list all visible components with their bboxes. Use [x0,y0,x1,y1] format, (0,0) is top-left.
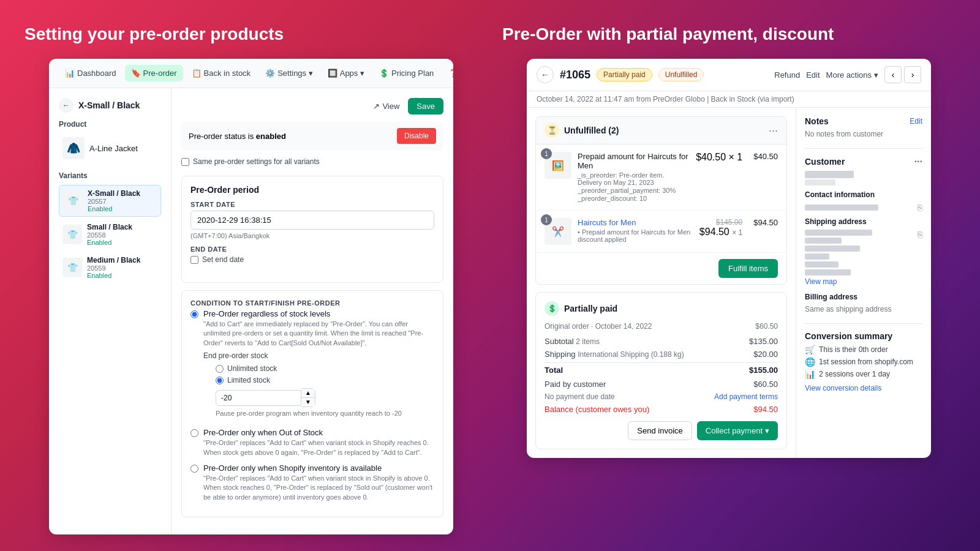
total-row: Total $155.00 [545,362,778,375]
paid-label: Paid by customer [545,380,606,389]
contact-title: Contact information [805,190,922,199]
fulfill-items-button[interactable]: Fulfill items [718,259,778,278]
add-payment-link[interactable]: Add payment terms [714,392,778,401]
unfulfilled-more-button[interactable]: ··· [769,124,778,137]
conversion-sessions-total-text: 2 sessions over 1 day [819,370,890,378]
conversion-title: Conversion summary [805,331,922,341]
item1-quantity-badge: 1 [541,148,552,159]
stock-icon: 📋 [192,69,202,78]
balance-label: Balance (customer owes you) [545,405,649,414]
subtotal-label: Subtotal 2 items [545,337,600,346]
item1-meta3: _preorder_discount: 10 [578,195,690,202]
nav-support[interactable]: ❓ Support ▾ [442,65,453,81]
copy-address-icon[interactable]: ⎘ [918,230,922,239]
start-date-input[interactable] [190,211,434,230]
collect-payment-button[interactable]: Collect payment ▾ [697,421,778,440]
refund-button[interactable]: Refund [774,70,800,80]
limited-stock-option[interactable]: Limited stock [216,375,434,384]
condition-option3[interactable]: Pre-Order only when Shopify inventory is… [190,463,434,502]
nav-preorder[interactable]: 🔖 Pre-order [125,65,183,81]
view-button[interactable]: ↗ View [369,98,403,114]
view-map-link[interactable]: View map [805,277,837,286]
condition-option2[interactable]: Pre-Order only when Out of Stock "Pre-Or… [190,428,434,457]
send-invoice-button[interactable]: Send invoice [628,421,692,440]
same-settings-checkbox[interactable] [181,158,189,166]
addr-line6 [805,269,851,276]
nav-backinstock[interactable]: 📋 Back in stock [186,65,257,81]
no-due-row: No payment due date Add payment terms [545,392,778,401]
period-title: Pre-Order period [190,185,434,195]
condition-radio2[interactable] [190,429,198,437]
status-label: Pre-order status is enabled [189,132,286,141]
item2-meta1: • Prepaid amount for Haircuts for Men di… [578,228,693,243]
nav-apps[interactable]: 🔲 Apps ▾ [322,65,371,81]
product-name: A-Line Jacket [89,144,138,153]
copy-email-icon[interactable]: ⎘ [918,203,922,212]
back-button[interactable]: ← [59,98,74,113]
decrement-btn[interactable]: ▼ [301,398,315,407]
unlimited-stock-option[interactable]: Unlimited stock [216,364,434,373]
variant-item-1[interactable]: 👕 Small / Black 20558 Enabled [59,219,161,250]
contact-email-blurred [805,204,878,211]
subtotal-amount: $135.00 [749,337,778,346]
nav-dashboard[interactable]: 📊 Dashboard [59,65,123,81]
set-end-date-row[interactable]: Set end date [190,255,434,264]
end-date-label: END DATE [190,246,434,253]
order-item-1: 1 🖼️ Prepaid amount for Haircuts for Men… [536,144,786,211]
more-actions-button[interactable]: More actions ▾ [826,70,878,80]
item1-quantity: × 1 [729,152,743,162]
condition-option2-desc: "Pre-Order" replaces "Add to Cart" when … [203,438,434,457]
conversion-order-text: This is their 0th order [819,345,888,354]
preorder-icon: 🔖 [131,69,141,78]
order-back-button[interactable]: ← [537,66,554,83]
pricing-icon: 💲 [379,69,389,78]
conversion-order-row: 🛒 This is their 0th order [805,345,922,354]
condition-label: CONDITION TO START/FINISH PRE-ORDER [190,299,434,307]
customer-title: Customer [805,157,845,167]
limited-radio[interactable] [216,377,224,384]
shipping-amount: $20.00 [753,350,778,359]
session-conv-icon: 🌐 [805,357,815,367]
notes-text: No notes from customer [805,130,922,138]
original-order-amount: $60.50 [755,322,778,331]
variant-thumb-1: 👕 [62,225,82,244]
customer-id-blurred [805,179,835,186]
customer-title-row: Customer ··· [805,156,922,167]
subtotal-row: Subtotal 2 items $135.00 [545,337,778,346]
nav-bar: 📊 Dashboard 🔖 Pre-order 📋 Back in stock … [49,59,453,88]
disable-button[interactable]: Disable [397,128,436,144]
left-sidebar: ← X-Small / Black Product 🧥 A-Line Jacke… [49,88,172,534]
item2-sale-price: $94.50 [699,227,729,237]
order-item-2: 1 ✂️ Haircuts for Men • Prepaid amount f… [536,211,786,253]
balance-row: Balance (customer owes you) $94.50 [545,405,778,414]
view-conversion-details-link[interactable]: View conversion details [805,384,881,392]
customer-more-icon[interactable]: ··· [914,156,922,167]
number-stepper[interactable]: ▲ ▼ [301,388,315,407]
same-settings-row[interactable]: Same pre-order settings for all variants [181,157,443,166]
limited-stock-input[interactable] [216,390,301,406]
prev-order-button[interactable]: ‹ [884,66,902,83]
notes-edit-link[interactable]: Edit [910,117,922,126]
condition-radio3[interactable] [190,465,198,473]
variant-item-0[interactable]: 👕 X-Small / Black 20557 Enabled [59,185,161,217]
save-button[interactable]: Save [408,98,443,114]
paid-row: Paid by customer $60.50 [545,380,778,389]
end-preorder-label: End pre-order stock [203,351,434,360]
item2-link[interactable]: Haircuts for Men [578,218,636,227]
increment-btn[interactable]: ▲ [301,389,315,398]
condition-radio1[interactable] [190,310,198,318]
variant-item-2[interactable]: 👕 Medium / Black 20559 Enabled [59,252,161,283]
item1-thumbnail: 1 🖼️ [545,152,571,179]
next-order-button[interactable]: › [904,66,921,83]
nav-settings[interactable]: ⚙️ Settings ▾ [259,65,319,81]
variant-thumb-0: 👕 [63,191,83,211]
set-end-date-checkbox[interactable] [190,256,198,264]
variant-id-0: 20557 [88,198,140,205]
notes-section: Notes Edit No notes from customer [805,116,922,138]
unlimited-radio[interactable] [216,365,224,373]
nav-pricing[interactable]: 💲 Pricing Plan [373,65,440,81]
product-item[interactable]: 🧥 A-Line Jacket [59,133,161,163]
condition-option1[interactable]: Pre-Order regardless of stock levels "Ad… [190,309,434,422]
payment-actions: Send invoice Collect payment ▾ [545,421,778,440]
edit-button[interactable]: Edit [806,70,820,80]
